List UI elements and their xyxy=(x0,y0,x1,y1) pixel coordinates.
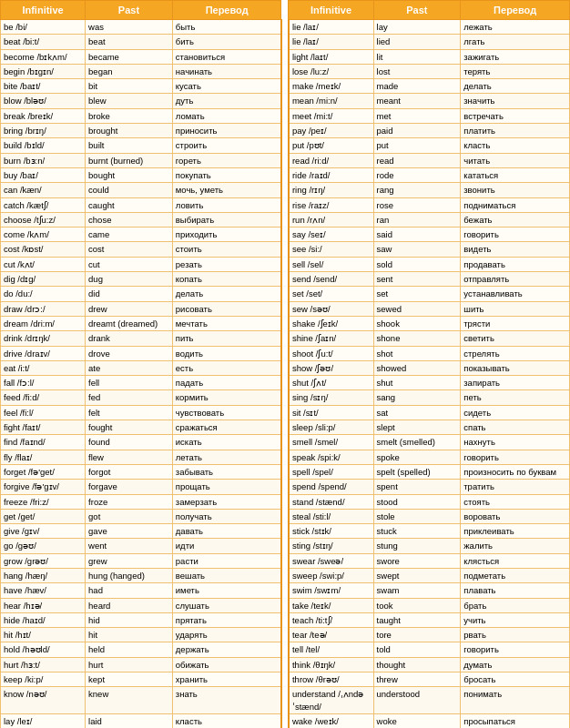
right-past: saw xyxy=(373,242,461,257)
left-translation: водить xyxy=(172,346,281,360)
left-infinitive: feed /fi:d/ xyxy=(1,390,86,405)
right-translation: говорить xyxy=(461,228,570,242)
left-infinitive: forget /fə'get/ xyxy=(1,464,86,479)
left-past: began xyxy=(86,64,173,78)
table-row: can /kæn/ could мочь, уметь ring /rɪŋ/ r… xyxy=(1,183,570,197)
left-translation: есть xyxy=(172,360,281,375)
left-infinitive: hold /həʊld/ xyxy=(1,642,86,657)
left-translation: становиться xyxy=(172,49,281,64)
left-translation: строить xyxy=(172,138,281,153)
right-translation: понимать xyxy=(461,687,570,714)
right-past: taught xyxy=(373,612,461,627)
left-infinitive: be /bi/ xyxy=(1,20,86,35)
left-infinitive: find /faɪnd/ xyxy=(1,435,86,450)
left-translation: прощать xyxy=(172,480,281,494)
right-infinitive: stick /stɪk/ xyxy=(289,524,373,539)
right-past: rode xyxy=(373,167,461,182)
right-past: thought xyxy=(373,657,461,672)
left-infinitive: can /kæn/ xyxy=(1,183,86,197)
right-translation: шить xyxy=(461,301,570,316)
table-row: cut /kʌt/ cut резать sell /sel/ sold про… xyxy=(1,257,570,271)
left-translation: ловить xyxy=(172,197,281,212)
table-row: do /du:/ did делать set /set/ set устана… xyxy=(1,287,570,301)
left-infinitive: buy /baɪ/ xyxy=(1,167,86,182)
right-past: swept xyxy=(373,568,461,582)
left-translation: начинать xyxy=(172,64,281,78)
left-translation: забывать xyxy=(172,464,281,479)
right-infinitive: wake /weɪk/ xyxy=(289,713,373,728)
right-past: lay xyxy=(373,20,461,35)
right-infinitive: think /θɪŋk/ xyxy=(289,657,373,672)
right-translation: воровать xyxy=(461,509,570,523)
table-row: feed /fi:d/ fed кормить sing /sɪŋ/ sang … xyxy=(1,390,570,405)
left-translation: держать xyxy=(172,642,281,657)
left-translation: приходить xyxy=(172,228,281,242)
right-infinitive: speak /spi:k/ xyxy=(289,450,373,464)
right-past: threw xyxy=(373,672,461,687)
left-translation: быть xyxy=(172,20,281,35)
left-translation: иметь xyxy=(172,583,281,598)
left-infinitive: feel /fi:l/ xyxy=(1,405,86,420)
left-translation: летать xyxy=(172,450,281,464)
right-translation: встречать xyxy=(461,108,570,123)
left-past: drank xyxy=(86,331,173,346)
left-infinitive: fight /faɪt/ xyxy=(1,420,86,435)
right-past: sang xyxy=(373,390,461,405)
left-past: cut xyxy=(86,257,173,271)
right-past: shut xyxy=(373,376,461,390)
right-past: spelt (spelled) xyxy=(373,464,461,479)
right-translation: запирать xyxy=(461,376,570,390)
left-past: chose xyxy=(86,212,173,227)
header-right-translation: Перевод xyxy=(461,1,570,20)
right-infinitive: send /send/ xyxy=(289,272,373,287)
right-past: lost xyxy=(373,64,461,78)
left-translation: сражаться xyxy=(172,420,281,435)
right-infinitive: rise /raɪz/ xyxy=(289,197,373,212)
left-past: held xyxy=(86,642,173,657)
left-infinitive: freeze /fri:z/ xyxy=(1,494,86,509)
left-infinitive: do /du:/ xyxy=(1,287,86,301)
header-left-past: Past xyxy=(86,1,173,20)
right-infinitive: shut /ʃʌt/ xyxy=(289,376,373,390)
right-infinitive: make /meɪk/ xyxy=(289,79,373,94)
table-row: hide /haɪd/ hid прятать teach /ti:tʃ/ ta… xyxy=(1,612,570,627)
left-infinitive: dream /dri:m/ xyxy=(1,316,86,330)
table-row: catch /kætʃ/ caught ловить rise /raɪz/ r… xyxy=(1,197,570,212)
right-translation: трясти xyxy=(461,316,570,330)
left-past: laid xyxy=(86,713,173,728)
right-infinitive: shake /ʃeɪk/ xyxy=(289,316,373,330)
left-translation: хранить xyxy=(172,672,281,687)
right-infinitive: take /teɪk/ xyxy=(289,598,373,612)
left-past: bought xyxy=(86,167,173,182)
left-infinitive: become /bɪkʌm/ xyxy=(1,49,86,64)
left-infinitive: bring /brɪŋ/ xyxy=(1,124,86,138)
left-infinitive: come /kʌm/ xyxy=(1,228,86,242)
table-row: forget /fə'get/ forgot забывать spell /s… xyxy=(1,464,570,479)
left-past: hurt xyxy=(86,657,173,672)
table-row: cost /kɒst/ cost стоить see /si:/ saw ви… xyxy=(1,242,570,257)
table-row: draw /drɔ:/ drew рисовать sew /səʊ/ sewe… xyxy=(1,301,570,316)
right-infinitive: pay /peɪ/ xyxy=(289,124,373,138)
left-past: blew xyxy=(86,94,173,108)
irregular-verbs-table: Infinitive Past Перевод Infinitive Past … xyxy=(0,0,570,728)
table-row: bite /baɪt/ bit кусать make /meɪk/ made … xyxy=(1,79,570,94)
left-past: found xyxy=(86,435,173,450)
right-past: understood xyxy=(373,687,461,714)
right-past: shook xyxy=(373,316,461,330)
right-translation: приклеивать xyxy=(461,524,570,539)
right-translation: лгать xyxy=(461,35,570,49)
table-row: become /bɪkʌm/ became становиться light … xyxy=(1,49,570,64)
left-translation: класть xyxy=(172,713,281,728)
right-translation: говорить xyxy=(461,642,570,657)
left-infinitive: hit /hɪt/ xyxy=(1,628,86,642)
left-past: dug xyxy=(86,272,173,287)
left-translation: покупать xyxy=(172,167,281,182)
right-translation: учить xyxy=(461,612,570,627)
right-infinitive: sit /sɪt/ xyxy=(289,405,373,420)
right-infinitive: meet /mi:t/ xyxy=(289,108,373,123)
table-row: hold /həʊld/ held держать tell /tel/ tol… xyxy=(1,642,570,657)
right-infinitive: tear /teə/ xyxy=(289,628,373,642)
right-translation: стрелять xyxy=(461,346,570,360)
right-translation: нахнуть xyxy=(461,435,570,450)
left-past: fought xyxy=(86,420,173,435)
